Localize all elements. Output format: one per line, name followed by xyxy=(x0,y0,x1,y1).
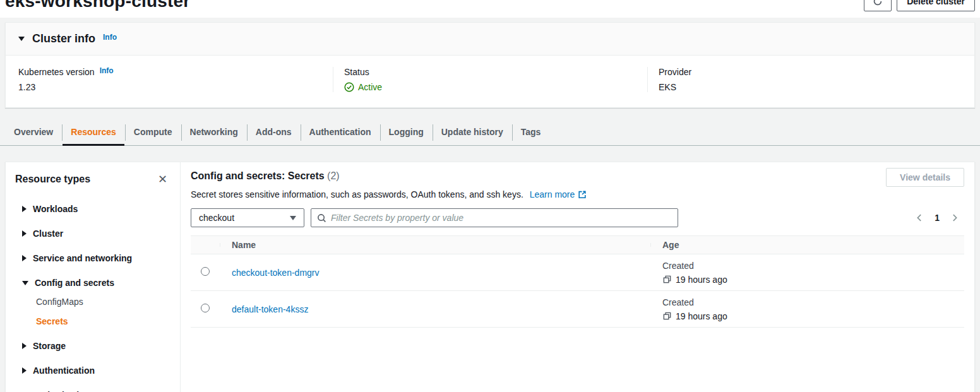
cluster-info-info-link[interactable]: Info xyxy=(103,33,117,42)
status-label: Status xyxy=(344,67,369,77)
provider-field: Provider EKS xyxy=(647,67,962,92)
age-cell: Created 19 hours ago xyxy=(650,297,964,321)
status-field: Status Active xyxy=(333,67,647,92)
kubernetes-version-field: Kubernetes version Info 1.23 xyxy=(18,67,333,92)
sidebar-item-workloads[interactable]: Workloads xyxy=(22,203,180,215)
kubernetes-version-value: 1.23 xyxy=(18,82,320,92)
secrets-title: Config and secrets: Secrets (2) xyxy=(191,170,964,182)
collapse-caret-icon xyxy=(18,37,25,41)
filter-row: checkout 1 xyxy=(191,208,964,227)
age-cell: Created 19 hours ago xyxy=(650,261,964,285)
chevron-down-icon xyxy=(290,216,296,220)
page-title: eks-workshop-cluster xyxy=(5,0,190,13)
secrets-table: Name Age checkout-token-dmgrv Created xyxy=(191,235,964,328)
tab-update-history[interactable]: Update history xyxy=(433,119,512,145)
provider-value: EKS xyxy=(659,82,949,92)
row-radio-button[interactable] xyxy=(201,304,210,312)
age-text: 19 hours ago xyxy=(676,311,727,321)
copy-icon xyxy=(662,311,672,321)
header-actions: Delete cluster xyxy=(864,0,975,11)
cluster-tabs: Overview Resources Compute Networking Ad… xyxy=(0,119,980,146)
age-text: 19 hours ago xyxy=(676,275,727,285)
chevron-right-icon xyxy=(22,206,27,212)
status-active-icon xyxy=(344,82,354,92)
close-icon[interactable]: ✕ xyxy=(157,172,169,186)
search-input[interactable] xyxy=(331,213,672,223)
chevron-down-icon xyxy=(22,281,28,285)
page-header: eks-workshop-cluster Delete cluster xyxy=(0,0,980,18)
table-row: default-token-4kssz Created 19 hours ago xyxy=(191,291,964,328)
cluster-info-card: Cluster info Info Kubernetes version Inf… xyxy=(5,22,975,108)
search-box xyxy=(311,208,678,227)
sidebar-item-authorization[interactable]: Authorization xyxy=(22,389,180,392)
chevron-right-icon xyxy=(22,230,27,237)
search-icon xyxy=(317,213,326,223)
tab-add-ons[interactable]: Add-ons xyxy=(247,119,301,145)
tab-overview[interactable]: Overview xyxy=(5,119,62,145)
chevron-right-icon xyxy=(950,213,959,222)
tab-logging[interactable]: Logging xyxy=(380,119,433,145)
cluster-info-title: Cluster info xyxy=(32,32,95,45)
created-label: Created xyxy=(662,297,964,307)
resource-types-title: Resource types xyxy=(15,174,90,185)
cluster-info-body: Kubernetes version Info 1.23 Status Acti… xyxy=(6,56,974,107)
filter-dropdown[interactable]: checkout xyxy=(191,208,304,227)
view-details-button[interactable]: View details xyxy=(886,168,964,187)
chevron-right-icon xyxy=(22,255,27,261)
cluster-info-header[interactable]: Cluster info Info xyxy=(6,23,974,56)
row-radio-button[interactable] xyxy=(201,267,210,276)
filter-dropdown-value: checkout xyxy=(199,213,234,223)
sidebar-item-service-and-networking[interactable]: Service and networking xyxy=(22,252,180,264)
chevron-right-icon xyxy=(22,367,27,374)
secrets-description: Secret stores sensitive information, suc… xyxy=(191,189,964,199)
chevron-right-icon xyxy=(22,343,27,349)
next-page-button[interactable] xyxy=(949,212,960,223)
sidebar-item-configmaps[interactable]: ConfigMaps xyxy=(36,294,180,309)
copy-button[interactable] xyxy=(662,311,672,321)
refresh-button[interactable] xyxy=(864,0,892,11)
table-row: checkout-token-dmgrv Created 19 hours ag… xyxy=(191,254,964,291)
kubernetes-version-info-link[interactable]: Info xyxy=(100,66,114,75)
config-and-secrets-children: ConfigMaps Secrets xyxy=(36,294,180,329)
name-column-header: Name xyxy=(220,240,650,250)
secret-name-link[interactable]: checkout-token-dmgrv xyxy=(232,268,320,278)
learn-more-link[interactable]: Learn more xyxy=(530,189,587,199)
pagination: 1 xyxy=(914,212,964,223)
resource-types-tree: Workloads Cluster Service and networking… xyxy=(6,203,180,392)
sidebar-item-storage[interactable]: Storage xyxy=(22,340,180,352)
sidebar-item-config-and-secrets[interactable]: Config and secrets xyxy=(22,276,180,289)
provider-label: Provider xyxy=(659,67,691,77)
previous-page-button[interactable] xyxy=(914,212,925,223)
chevron-left-icon xyxy=(915,213,924,222)
tab-compute[interactable]: Compute xyxy=(125,119,181,145)
tab-resources[interactable]: Resources xyxy=(62,119,125,145)
resources-panel: Resource types ✕ Workloads Cluster Servi… xyxy=(5,162,975,392)
age-column-header: Age xyxy=(650,240,964,250)
secret-name-link[interactable]: default-token-4kssz xyxy=(232,304,308,314)
refresh-icon xyxy=(873,0,883,6)
page-number[interactable]: 1 xyxy=(935,213,940,223)
external-link-icon xyxy=(578,190,587,199)
tab-tags[interactable]: Tags xyxy=(512,119,550,145)
delete-cluster-button[interactable]: Delete cluster xyxy=(897,0,975,11)
sidebar-item-cluster[interactable]: Cluster xyxy=(22,227,180,240)
status-value: Active xyxy=(358,82,382,92)
tab-networking[interactable]: Networking xyxy=(181,119,247,145)
sidebar-item-secrets[interactable]: Secrets xyxy=(36,314,180,329)
copy-button[interactable] xyxy=(662,275,672,284)
secrets-main-panel: Config and secrets: Secrets (2) View det… xyxy=(181,162,974,392)
created-label: Created xyxy=(662,261,964,271)
secrets-count: (2) xyxy=(327,170,340,181)
resource-types-sidebar: Resource types ✕ Workloads Cluster Servi… xyxy=(6,162,181,392)
table-header: Name Age xyxy=(191,235,964,254)
kubernetes-version-label: Kubernetes version xyxy=(18,67,95,77)
sidebar-item-authentication[interactable]: Authentication xyxy=(22,364,180,377)
copy-icon xyxy=(662,275,672,284)
tab-authentication[interactable]: Authentication xyxy=(301,119,380,145)
